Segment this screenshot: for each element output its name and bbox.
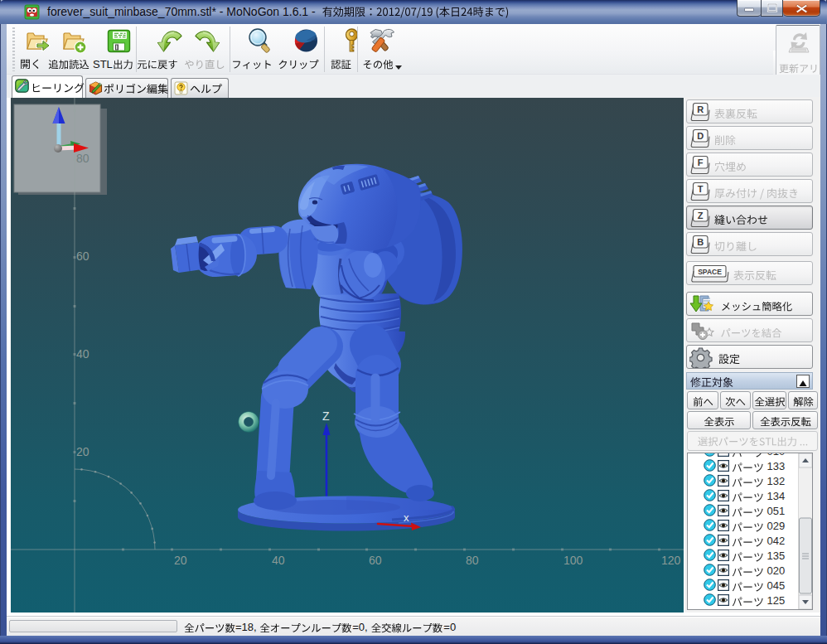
svg-text:F: F xyxy=(698,157,704,167)
svg-text:Z: Z xyxy=(322,409,330,423)
svg-text:T: T xyxy=(698,184,704,194)
svg-text:x: x xyxy=(404,511,409,524)
svg-text:100: 100 xyxy=(563,554,583,567)
svg-text:D: D xyxy=(697,131,704,141)
svg-text:20: 20 xyxy=(76,445,89,458)
svg-text:40: 40 xyxy=(272,554,285,567)
svg-text:SPACE: SPACE xyxy=(698,268,722,276)
svg-text:80: 80 xyxy=(466,554,479,567)
svg-text:40: 40 xyxy=(76,347,89,361)
svg-text:120: 120 xyxy=(661,554,681,567)
svg-text:80: 80 xyxy=(76,152,89,165)
svg-text:20: 20 xyxy=(174,554,187,567)
svg-text:60: 60 xyxy=(76,249,89,263)
svg-text:R: R xyxy=(697,104,704,114)
svg-text:60: 60 xyxy=(369,554,382,567)
svg-text:B: B xyxy=(697,237,704,247)
svg-text:Z: Z xyxy=(698,211,704,220)
